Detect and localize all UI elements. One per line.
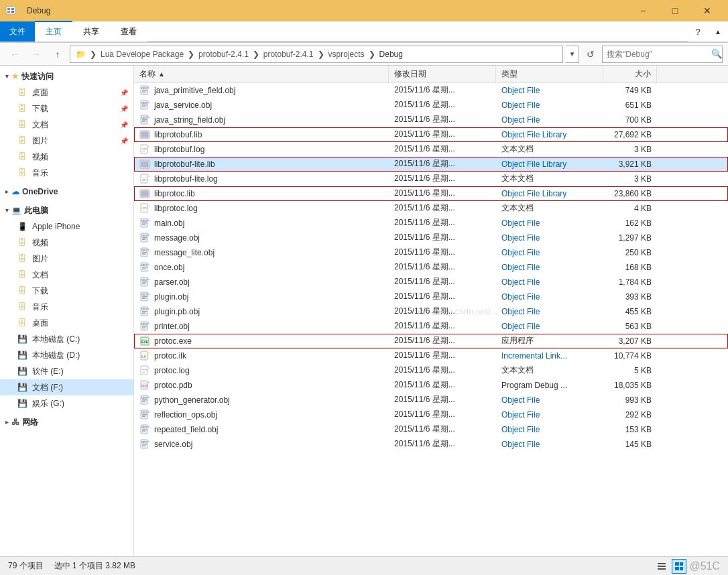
maximize-button[interactable]: □: [660, 0, 690, 21]
table-row[interactable]: libprotoc.log 2015/11/6 星期... 文本文档 4 KB: [134, 201, 728, 216]
svg-rect-17: [142, 119, 147, 121]
svg-rect-116: [142, 430, 145, 432]
svg-marker-6: [147, 86, 150, 88]
sidebar-item-docs-pc[interactable]: 🗄 文档: [0, 267, 133, 283]
path-proto1[interactable]: protobuf-2.4.1: [198, 50, 249, 59]
tab-home[interactable]: 主页: [35, 21, 72, 42]
sidebar-item-drive-f[interactable]: 💾 文档 (F:): [0, 379, 133, 395]
sidebar-item-apple-iphone[interactable]: 📱 Apple iPhone: [0, 218, 133, 235]
svg-text:PDB: PDB: [141, 385, 147, 388]
help-button[interactable]: ?: [689, 23, 707, 40]
search-input[interactable]: [603, 50, 711, 59]
sidebar-item-desktop-quick[interactable]: 🗄 桌面 📌: [0, 84, 133, 101]
file-type-icon: OBJ: [139, 100, 150, 111]
table-row[interactable]: ILK protoc.ilk 2015/11/6 星期... Increment…: [134, 348, 728, 363]
table-row[interactable]: OBJ message.obj 2015/11/6 星期... Object F…: [134, 231, 728, 245]
tab-view[interactable]: 查看: [110, 21, 147, 42]
drive-d-icon: 💾: [16, 349, 28, 361]
address-path[interactable]: 📁 ❯ Lua Develope Package ❯ protobuf-2.4.…: [70, 46, 563, 63]
file-name-cell: OBJ java_string_field.obj: [134, 113, 389, 127]
svg-marker-36: [147, 174, 150, 177]
path-proto2[interactable]: protobuf-2.4.1: [263, 50, 314, 59]
col-header-type[interactable]: 类型: [496, 66, 603, 82]
table-row[interactable]: libprotobuf.lib 2015/11/6 星期... Object F…: [134, 127, 728, 142]
table-row[interactable]: libprotoc.lib 2015/11/6 星期... Object Fil…: [134, 186, 728, 201]
col-header-size[interactable]: 大小: [603, 66, 657, 82]
sidebar-item-drive-g[interactable]: 💾 娱乐 (G:): [0, 395, 133, 411]
sidebar-item-drive-e[interactable]: 💾 软件 (E:): [0, 363, 133, 379]
svg-rect-63: [142, 253, 145, 255]
table-row[interactable]: OBJ python_generator.obj 2015/11/6 星期...…: [134, 393, 728, 407]
sidebar-item-video-quick[interactable]: 🗄 视频: [0, 149, 133, 165]
sidebar-item-docs-quick[interactable]: 🗄 文档 📌: [0, 117, 133, 133]
file-type-icon: [139, 144, 150, 155]
view-details-button[interactable]: [654, 559, 669, 574]
table-row[interactable]: OBJ main.obj 2015/11/6 星期... Object File…: [134, 216, 728, 231]
table-row[interactable]: OBJ once.obj 2015/11/6 星期... Object File…: [134, 260, 728, 275]
svg-marker-46: [147, 204, 150, 206]
table-row[interactable]: PDB protoc.pdb 2015/11/6 星期... Program D…: [134, 378, 728, 393]
this-pc-header[interactable]: ▾ 💻 此电脑: [0, 202, 133, 218]
path-lua[interactable]: Lua Develope Package: [101, 50, 184, 59]
table-row[interactable]: OBJ plugin.pb.obj 2015/11/6 星期... Object…: [134, 304, 728, 319]
sidebar-item-drive-d[interactable]: 💾 本地磁盘 (D:): [0, 347, 133, 363]
sidebar-item-desktop-pc[interactable]: 🗄 桌面: [0, 315, 133, 331]
minimize-button[interactable]: −: [627, 0, 658, 21]
table-row[interactable]: OBJ parser.obj 2015/11/6 星期... Object Fi…: [134, 275, 728, 290]
table-row[interactable]: OBJ printer.obj 2015/11/6 星期... Object F…: [134, 319, 728, 334]
close-button[interactable]: ✕: [692, 0, 723, 21]
sidebar-item-drive-c[interactable]: 💾 本地磁盘 (C:): [0, 331, 133, 347]
table-row[interactable]: libprotobuf.log 2015/11/6 星期... 文本文档 3 K…: [134, 142, 728, 157]
file-date-cell: 2015/11/6 星期...: [389, 422, 496, 436]
svg-text:ILK: ILK: [141, 355, 146, 359]
up-button[interactable]: ↑: [48, 46, 67, 63]
svg-rect-47: [142, 207, 147, 208]
table-row[interactable]: OBJ service.obj 2015/11/6 星期... Object F…: [134, 437, 728, 452]
table-row[interactable]: OBJ reflection_ops.obj 2015/11/6 星期... O…: [134, 407, 728, 422]
sidebar-item-pictures-pc[interactable]: 🗄 图片: [0, 251, 133, 267]
tab-file[interactable]: 文件: [0, 21, 35, 42]
path-vsprojects[interactable]: vsprojects: [328, 50, 365, 59]
forward-button[interactable]: →: [27, 46, 46, 63]
file-date-cell: 2015/11/6 星期...: [389, 290, 496, 304]
table-row[interactable]: protoc.log 2015/11/6 星期... 文本文档 5 KB: [134, 363, 728, 378]
sidebar-item-music-pc[interactable]: 🗄 音乐: [0, 299, 133, 315]
back-button[interactable]: ←: [5, 46, 24, 63]
table-row[interactable]: OBJ java_service.obj 2015/11/6 星期... Obj…: [134, 98, 728, 113]
sidebar-item-video-pc[interactable]: 🗄 视频: [0, 235, 133, 251]
svg-rect-57: [142, 237, 147, 239]
file-type-icon: [139, 129, 150, 140]
network-header[interactable]: ▸ 🖧 网络: [0, 414, 133, 430]
table-row[interactable]: libprotobuf-lite.log 2015/11/6 星期... 文本文…: [134, 172, 728, 186]
sidebar-item-pictures-quick[interactable]: 🗄 图片 📌: [0, 133, 133, 149]
tab-share[interactable]: 共享: [72, 21, 110, 42]
quick-access-header[interactable]: ▾ ★ 快速访问: [0, 68, 133, 84]
table-row[interactable]: OBJ java_primitive_field.obj 2015/11/6 星…: [134, 83, 728, 98]
file-type-icon: OBJ: [139, 85, 150, 96]
col-header-date[interactable]: 修改日期: [389, 66, 496, 82]
file-name-cell: OBJ main.obj: [134, 216, 389, 230]
docs-folder-icon: 🗄: [16, 119, 28, 131]
svg-rect-83: [142, 312, 145, 314]
table-row[interactable]: EXE protoc.exe 2015/11/6 星期... 应用程序 3,20…: [134, 334, 728, 348]
search-button[interactable]: 🔍: [711, 46, 723, 62]
sidebar-item-downloads-pc[interactable]: 🗄 下载: [0, 283, 133, 299]
file-size-cell: 4 KB: [603, 201, 657, 215]
file-type-icon: OBJ: [139, 395, 150, 405]
table-row[interactable]: OBJ java_string_field.obj 2015/11/6 星期..…: [134, 113, 728, 127]
sidebar-item-music-quick[interactable]: 🗄 音乐: [0, 165, 133, 181]
table-row[interactable]: OBJ repeated_field.obj 2015/11/6 星期... O…: [134, 422, 728, 437]
svg-rect-73: [142, 283, 145, 284]
table-row[interactable]: libprotobuf-lite.lib 2015/11/6 星期... Obj…: [134, 157, 728, 172]
sidebar-item-downloads-quick[interactable]: 🗄 下载 📌: [0, 101, 133, 117]
onedrive-header[interactable]: ▸ ☁ OneDrive: [0, 184, 133, 200]
collapse-ribbon-button[interactable]: ▲: [709, 23, 727, 40]
path-debug[interactable]: Debug: [379, 50, 403, 59]
file-type-icon: ILK: [139, 350, 150, 361]
col-header-name[interactable]: 名称 ▲: [134, 66, 389, 82]
view-list-button[interactable]: [672, 559, 686, 574]
table-row[interactable]: OBJ plugin.obj 2015/11/6 星期... Object Fi…: [134, 290, 728, 304]
refresh-button[interactable]: ↺: [582, 46, 599, 63]
table-row[interactable]: OBJ message_lite.obj 2015/11/6 星期... Obj…: [134, 245, 728, 260]
address-dropdown-button[interactable]: ▼: [566, 46, 579, 63]
